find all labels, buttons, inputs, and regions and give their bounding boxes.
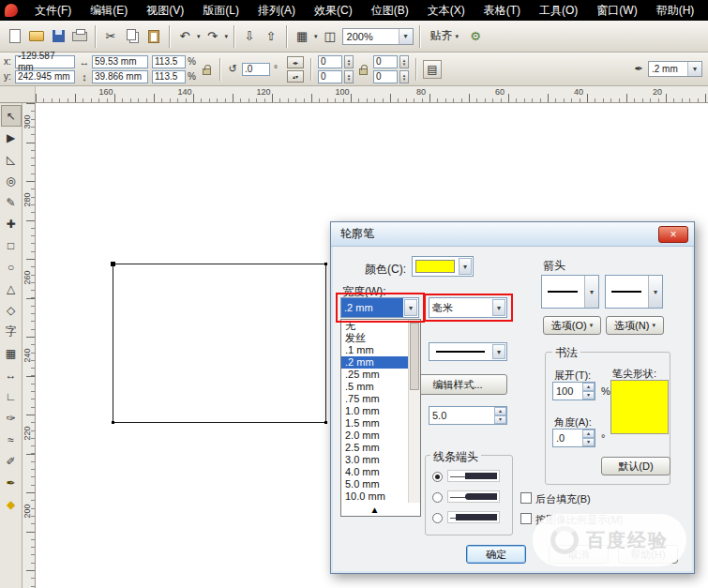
mirror-horizontal-button[interactable]: ◂▸ [287,56,304,68]
scrollbar-thumb[interactable] [410,323,419,390]
fill-tool[interactable]: ◆ [1,493,22,515]
shape-tool[interactable]: ▶ [1,127,22,148]
angle-field[interactable]: .0 [552,429,595,447]
text-wrap-button[interactable]: ▤ [423,60,442,79]
start-arrowhead-picker[interactable] [541,275,599,309]
menu-item-help[interactable]: 帮助(H) [647,0,704,21]
spinner-up-icon[interactable] [494,407,506,415]
open-button[interactable] [27,27,46,46]
corner-radius-field[interactable]: 0 [318,70,342,83]
import-button[interactable]: ⇩ [240,27,259,46]
menu-item-table[interactable]: 表格(T) [475,0,530,21]
width-option[interactable]: 1.0 mm [341,405,408,417]
width-option[interactable]: 5.0 mm [341,478,408,490]
rect-node[interactable] [324,421,327,424]
pick-tool[interactable]: ↖ [1,105,22,127]
scale-with-image-checkbox[interactable] [520,513,532,524]
blend-tool[interactable]: ≈ [1,429,22,450]
object-height-field[interactable]: 39.866 mm [92,70,148,83]
lock-ratio-icon[interactable] [203,68,211,75]
redo-button[interactable]: ↷ [203,27,222,46]
spinner-up-icon[interactable] [582,430,595,438]
menu-item-window[interactable]: 窗口(W) [587,0,646,21]
save-button[interactable] [49,27,68,46]
corner-radius-field[interactable]: 0 [373,70,398,83]
chevron-down-icon[interactable] [492,344,505,359]
list-scrollbar[interactable] [408,320,420,503]
menu-item-effects[interactable]: 效果(C) [305,0,362,21]
scale-x-field[interactable]: 113.5 [152,55,186,68]
export-button[interactable]: ⇧ [262,27,280,46]
chevron-down-icon[interactable] [399,29,413,44]
connector-tool[interactable]: ∟ [1,385,22,407]
application-launcher-button[interactable]: ▦ [293,27,311,46]
chevron-down-icon[interactable] [197,33,201,40]
width-option[interactable]: .75 mm [341,393,408,405]
width-option[interactable]: 发丝 [341,332,408,344]
table-tool[interactable]: ▦ [1,342,22,364]
stretch-field[interactable]: 100 [552,382,595,400]
width-option[interactable]: 1.5 mm [341,417,408,430]
snap-to-button[interactable]: 贴齐 [426,26,464,46]
outline-width-combo[interactable]: .2 mm [648,61,702,77]
y-position-field[interactable]: 242.945 mm [15,70,75,83]
crop-tool[interactable]: ◺ [1,148,22,170]
spinner-icon[interactable] [344,70,354,83]
scale-y-field[interactable]: 113.5 [152,70,186,83]
paste-button[interactable] [144,27,163,46]
lock-corners-icon[interactable] [359,68,368,75]
menu-item-bitmaps[interactable]: 位图(B) [362,0,418,21]
cut-button[interactable]: ✂ [101,27,120,46]
outline-color-picker[interactable] [412,256,474,277]
menu-item-layout[interactable]: 版面(L) [193,0,249,21]
rotation-angle-field[interactable]: .0 [242,63,270,76]
spinner-up-icon[interactable] [582,383,595,391]
width-option[interactable]: .5 mm [341,381,408,393]
freehand-tool[interactable]: ✎ [1,191,22,213]
width-option[interactable]: 4.0 mm [341,466,408,478]
menu-item-file[interactable]: 文件(F) [25,0,81,21]
miter-limit-field[interactable]: 5.0 [429,406,507,425]
object-width-field[interactable]: 59.53 mm [92,55,148,68]
dimension-tool[interactable]: ↔ [1,364,22,385]
smart-fill-tool[interactable]: ✚ [1,213,22,234]
chevron-down-icon[interactable] [225,33,229,40]
arrow-options-right-button[interactable]: 选项(N) [606,316,664,335]
chevron-down-icon[interactable] [459,258,472,275]
rect-node[interactable] [111,262,115,266]
dialog-title-bar[interactable]: 轮廓笔 [331,222,694,247]
chevron-down-icon[interactable] [648,276,662,308]
default-button[interactable]: 默认(D) [601,457,670,475]
menu-item-text[interactable]: 文本(X) [418,0,475,21]
horizontal-ruler[interactable]: 160 140 120 100 80 60 40 20 [36,86,708,103]
print-button[interactable] [70,27,89,46]
end-arrowhead-picker[interactable] [605,275,663,309]
vertical-ruler[interactable]: 300 280 260 240 220 200 [23,103,36,588]
undo-button[interactable]: ↶ [175,27,194,46]
menu-item-edit[interactable]: 编辑(E) [81,0,137,21]
square-cap-radio[interactable] [432,513,443,523]
spinner-down-icon[interactable] [582,391,595,400]
round-cap-radio[interactable] [432,492,443,503]
line-style-combo[interactable] [429,342,507,361]
new-document-button[interactable] [6,27,24,46]
butt-cap-radio[interactable] [432,472,443,482]
polygon-tool[interactable]: △ [1,278,22,299]
width-option[interactable]: .25 mm [341,369,408,381]
menu-item-arrange[interactable]: 排列(A) [249,0,305,21]
edit-style-button[interactable]: 编辑样式... [408,374,507,395]
zoom-tool[interactable]: ◎ [1,170,22,191]
artistic-media-tool[interactable]: ✑ [1,407,22,429]
spinner-icon[interactable] [344,55,354,68]
ok-button[interactable]: 确定 [466,545,526,564]
eyedropper-tool[interactable]: ✐ [1,450,22,472]
rect-node[interactable] [112,421,114,424]
text-tool[interactable]: 字 [1,321,22,342]
width-option[interactable]: 2.5 mm [341,442,408,454]
close-button[interactable]: × [658,226,688,243]
rect-node[interactable] [324,263,327,265]
nib-shape-preview[interactable] [610,380,669,434]
x-position-field[interactable]: -129.587 mm [15,55,75,68]
menu-item-view[interactable]: 视图(V) [137,0,193,21]
behind-fill-checkbox[interactable] [520,492,532,504]
